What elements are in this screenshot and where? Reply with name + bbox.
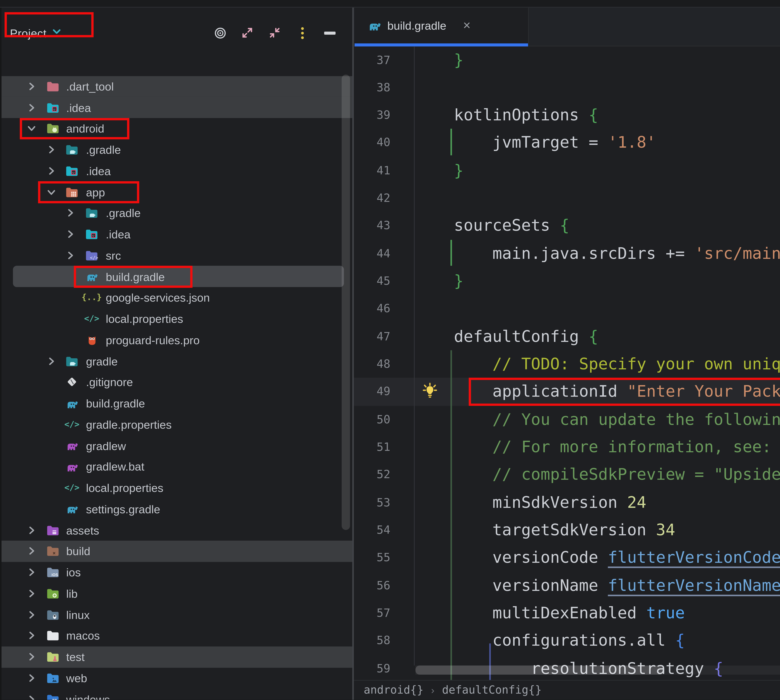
code-line-45[interactable]: } [416, 267, 464, 295]
chevron-right-icon[interactable] [66, 230, 75, 238]
code-line-39[interactable]: kotlinOptions { [416, 101, 598, 129]
tree-row-idea[interactable]: IJ.idea [0, 160, 352, 182]
line-number-52[interactable]: 52 [354, 461, 390, 488]
chevron-right-icon[interactable] [66, 251, 75, 260]
tree-row-local-properties[interactable]: </>local.properties [0, 477, 352, 498]
code-line-55[interactable]: versionCode flutterVersionCode.toInteger… [416, 544, 780, 572]
line-number-54[interactable]: 54 [354, 516, 390, 544]
tree-row-app[interactable]: app [0, 182, 352, 202]
code-line-43[interactable]: sourceSets { [416, 212, 569, 240]
chevron-right-icon[interactable] [47, 357, 55, 365]
line-number-48[interactable]: 48 [354, 350, 390, 378]
line-number-53[interactable]: 53 [354, 488, 390, 516]
chevron-right-icon[interactable] [27, 653, 36, 661]
collapse-all-icon[interactable] [263, 26, 286, 40]
tree-row-idea[interactable]: IJ.idea [0, 97, 352, 118]
tree-row-proguard-rules-pro[interactable]: proguard-rules.pro [0, 329, 352, 350]
breadcrumb-default-config[interactable]: defaultConfig{} [442, 684, 542, 696]
tree-row-gradle[interactable]: .gradle [0, 139, 352, 160]
chevron-right-icon[interactable] [27, 82, 36, 90]
project-view-selector[interactable]: Project [10, 24, 62, 41]
code-line-58[interactable]: configurations.all { [416, 627, 685, 654]
tree-row-gradle-properties[interactable]: </>gradle.properties [0, 414, 352, 435]
tree-row-gitignore[interactable]: .gitignore [0, 372, 352, 393]
tree-row-test[interactable]: test [0, 646, 352, 667]
chevron-right-icon[interactable] [27, 568, 36, 577]
code-line-47[interactable]: defaultConfig { [416, 323, 598, 350]
tree-row-android[interactable]: android [0, 118, 352, 139]
line-number-43[interactable]: 43 [354, 212, 390, 240]
more-options-icon[interactable] [291, 26, 313, 40]
code-line-41[interactable]: } [416, 157, 464, 184]
line-number-38[interactable]: 38 [354, 74, 390, 101]
line-number-57[interactable]: 57 [354, 599, 390, 627]
line-number-47[interactable]: 47 [354, 323, 390, 350]
tree-vertical-scrollbar[interactable] [342, 75, 350, 530]
tree-row-gradlew[interactable]: gradlew [0, 435, 352, 456]
expand-all-icon[interactable] [236, 26, 259, 40]
code-line-51[interactable]: // For more information, see: https://do… [416, 433, 780, 461]
tree-row-web[interactable]: web [0, 667, 352, 688]
chevron-right-icon[interactable] [27, 589, 36, 598]
code-line-57[interactable]: multiDexEnabled true [416, 599, 685, 627]
code-line-49[interactable]: applicationId "Enter Your Package Name" [416, 378, 780, 405]
horizontal-scrollbar-thumb[interactable] [416, 665, 664, 674]
code-line-50[interactable]: // You can update the following values t… [416, 405, 780, 433]
tab-build-gradle[interactable]: build.gradle × [354, 8, 529, 44]
tree-row-macos[interactable]: macos [0, 625, 352, 646]
code-line-37[interactable]: } [416, 46, 464, 74]
tree-row-local-properties[interactable]: </>local.properties [0, 308, 352, 329]
tree-row-lib[interactable]: lib [0, 583, 352, 604]
tree-row-gradle[interactable]: .gradle [0, 202, 352, 223]
tree-row-build-gradle[interactable]: build.gradle [0, 266, 352, 287]
chevron-right-icon[interactable] [27, 103, 36, 112]
tree-row-build[interactable]: ×build [0, 541, 352, 562]
line-number-50[interactable]: 50 [354, 405, 390, 433]
line-number-39[interactable]: 39 [354, 101, 390, 129]
tree-row-gradlew-bat[interactable]: gradlew.bat [0, 456, 352, 477]
line-number-59[interactable]: 59 [354, 654, 390, 682]
breadcrumb-android[interactable]: android{} [364, 684, 423, 696]
chevron-right-icon[interactable] [47, 145, 55, 154]
tree-row-settings-gradle[interactable]: settings.gradle [0, 498, 352, 519]
code-line-44[interactable]: main.java.srcDirs += 'src/main/kotlin' [416, 240, 780, 267]
hide-panel-icon[interactable] [318, 26, 341, 40]
locate-file-icon[interactable] [208, 26, 231, 40]
intention-lightbulb-icon[interactable] [421, 382, 438, 401]
line-number-40[interactable]: 40 [354, 129, 390, 157]
chevron-right-icon[interactable] [27, 632, 36, 640]
code-line-52[interactable]: // compileSdkPreview = "UpsideDownCake" [416, 461, 780, 488]
line-number-58[interactable]: 58 [354, 627, 390, 654]
chevron-right-icon[interactable] [27, 526, 36, 534]
chevron-right-icon[interactable] [27, 547, 36, 555]
line-number-55[interactable]: 55 [354, 544, 390, 572]
code-line-54[interactable]: targetSdkVersion 34 [416, 516, 675, 544]
chevron-right-icon[interactable] [27, 610, 36, 619]
tree-row-ios[interactable]: iOSios [0, 562, 352, 583]
tree-row-gradle[interactable]: gradle [0, 350, 352, 372]
code-line-56[interactable]: versionName flutterVersionName [416, 572, 780, 599]
line-number-51[interactable]: 51 [354, 433, 390, 461]
tree-row-dart-tool[interactable]: .dart_tool [0, 76, 352, 97]
line-number-42[interactable]: 42 [354, 184, 390, 212]
line-number-46[interactable]: 46 [354, 295, 390, 323]
line-number-44[interactable]: 44 [354, 240, 390, 267]
tree-row-linux[interactable]: linux [0, 604, 352, 625]
code-line-48[interactable]: // TODO: Specify your own unique Applica… [416, 350, 780, 378]
tree-row-idea[interactable]: IJ.idea [0, 224, 352, 245]
line-number-49[interactable]: 49 [354, 378, 390, 405]
chevron-right-icon[interactable] [27, 674, 36, 682]
tree-row-windows[interactable]: windows [0, 688, 352, 700]
tree-row-build-gradle[interactable]: build.gradle [0, 393, 352, 414]
tab-close-icon[interactable]: × [463, 19, 471, 32]
panel-editor-divider[interactable] [352, 8, 354, 700]
tree-row-assets[interactable]: assets [0, 520, 352, 541]
line-number-37[interactable]: 37 [354, 46, 390, 74]
chevron-right-icon[interactable] [27, 695, 36, 700]
chevron-right-icon[interactable] [66, 209, 75, 217]
code-line-53[interactable]: minSdkVersion 24 [416, 488, 646, 516]
tree-row-src[interactable]: </>src [0, 245, 352, 266]
chevron-down-icon[interactable] [47, 188, 55, 196]
line-number-56[interactable]: 56 [354, 572, 390, 599]
tree-row-google-services-json[interactable]: {..}google-services.json [0, 287, 352, 308]
